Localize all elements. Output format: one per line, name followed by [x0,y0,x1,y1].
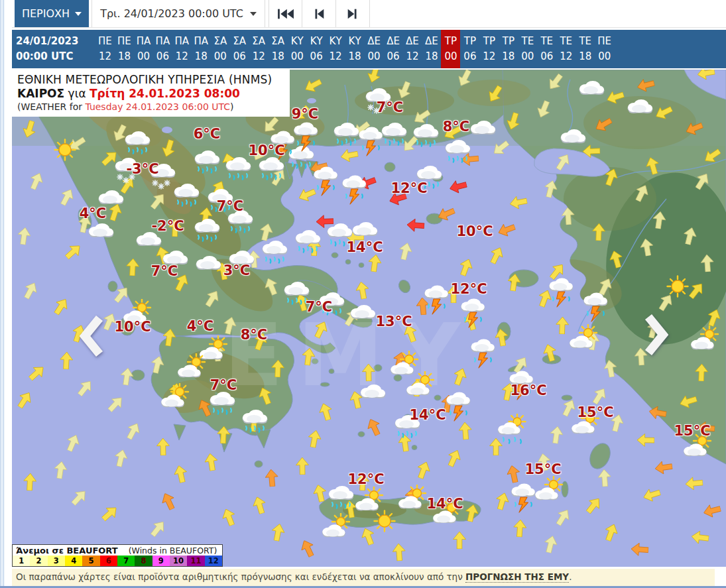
timeline-slot-hour: 00 [134,49,153,64]
timeline-slot[interactable]: ΠΑ00 [134,30,153,68]
timeline-slot-day: ΠΕ [595,34,614,49]
disclaimer-text: Οι παραπάνω χάρτες είναι προϊόντα αριθμη… [16,571,465,582]
timeline-slot-day: ΤΡ [460,34,479,49]
timeline-slot-day: ΚΥ [345,34,365,49]
next-map-button[interactable] [643,312,668,357]
timeline-slot[interactable]: ΠΑ18 [192,30,211,68]
timeline-slot-day: ΠΕ [115,34,134,49]
timeline-slot[interactable]: ΤΡ06 [460,30,479,68]
step-forward-button[interactable] [336,0,370,27]
beaufort-cell: 3 [48,556,65,566]
timeline-slot[interactable]: ΤΡ00 [441,30,460,68]
timeline-slot-hour: 06 [230,49,249,64]
timeline-slot-hour: 00 [518,49,537,64]
disclaimer-bar: Οι παραπάνω χάρτες είναι προϊόντα αριθμη… [12,569,715,586]
beaufort-scale: 123456789101112 [13,556,222,566]
beaufort-cell: 4 [65,556,82,566]
page-left-stripe [0,0,5,588]
timeline-slot-day: ΣΑ [230,34,249,49]
timeline-slot-day: ΔΕ [384,34,403,49]
beaufort-cell: 7 [117,556,135,566]
toolbar: ΠΕΡΙΟΧΗ Τρι. 24/01/2023 00:00 UTC [12,0,726,28]
timeline-slot-day: ΔΕ [403,34,422,49]
timeline-slot[interactable]: ΠΕ00 [595,30,614,68]
timeline-slot[interactable]: ΠΑ06 [153,30,172,68]
map-title-agency: ΕΘΝΙΚΗ ΜΕΤΕΩΡΟΛΟΓΙΚΗ ΥΠΗΡΕΣΙΑ (HNMS) [17,73,290,86]
timeline-slot[interactable]: ΠΕ12 [95,30,115,68]
timeline-slot-hour: 12 [95,49,115,64]
timeline-date: 24/01/2023 [16,34,78,49]
chevron-left-icon [85,318,99,354]
timeline-slot[interactable]: ΠΑ12 [172,30,192,68]
legend-title-el: Άνεμοι σε BEAUFORT [16,546,118,556]
timeline-slot-hour: 06 [460,49,479,64]
previous-map-button[interactable] [80,314,105,359]
timeline-slot-hour: 00 [211,49,230,64]
timeline-slot[interactable]: ΤΕ06 [537,30,556,68]
timeline-slot[interactable]: ΔΕ18 [422,30,441,68]
timeline-slots: ΠΕ12ΠΕ18ΠΑ00ΠΑ06ΠΑ12ΠΑ18ΣΑ00ΣΑ06ΣΑ12ΣΑ18… [95,30,614,68]
timeline-slot-day: ΠΕ [95,34,115,49]
timeline-current-datetime: 24/01/2023 00:00 UTC [16,34,78,64]
timeline-slot[interactable]: ΤΕ12 [556,30,575,68]
timeline-slot[interactable]: ΚΥ12 [326,30,345,68]
timeline-time: 00:00 UTC [16,49,78,64]
timeline-slot-hour: 12 [172,49,192,64]
timeline-slot[interactable]: ΔΕ00 [365,30,384,68]
chevron-right-icon [648,317,663,353]
map-base [12,70,726,567]
weather-map: ΕΜΥ 9°C7°C6°C8°C10°C-3°C12°C7°C4°C-2°C10… [12,70,726,567]
timeline-slot-day: ΤΕ [575,34,595,49]
step-back-button[interactable] [302,0,336,27]
timeline-slot-day: ΤΕ [518,34,537,49]
timeline-slot[interactable]: ΔΕ12 [403,30,422,68]
datetime-dropdown-label: Τρι. 24/01/2023 00:00 UTC [100,7,243,20]
datetime-dropdown-button[interactable]: Τρι. 24/01/2023 00:00 UTC [91,0,265,27]
wind-legend: Άνεμοι σε BEAUFORT (Winds in BEAUFORT) 1… [12,544,223,567]
timeline-slot-day: ΣΑ [211,34,230,49]
timeline-slot[interactable]: ΣΑ00 [211,30,230,68]
timeline-slot-hour: 00 [365,49,384,64]
timeline-slot[interactable]: ΚΥ18 [345,30,365,68]
step-forward-icon [342,7,363,21]
emy-forecast-link[interactable]: ΠΡΟΓΝΩΣΗ ΤΗΣ ΕΜΥ [465,571,569,583]
timeline-slot-hour: 18 [575,49,595,64]
timeline-slot[interactable]: ΣΑ18 [269,30,288,68]
timeline-slot[interactable]: ΔΕ06 [384,30,403,68]
timeline-slot-hour: 18 [192,49,211,64]
timeline-slot[interactable]: ΣΑ06 [230,30,249,68]
timeline-slot-hour: 18 [499,49,518,64]
page: ΠΕΡΙΟΧΗ Τρι. 24/01/2023 00:00 UTC [0,0,726,588]
timeline-slot-day: ΚΥ [326,34,345,49]
timeline-slot[interactable]: ΚΥ06 [307,30,326,68]
timeline-slot[interactable]: ΠΕ18 [115,30,134,68]
region-dropdown-button[interactable]: ΠΕΡΙΟΧΗ [15,0,89,27]
timeline-slot-hour: 18 [115,49,134,64]
beaufort-cell: 8 [135,556,152,566]
timeline-slot[interactable]: ΤΡ18 [499,30,518,68]
wind-legend-title: Άνεμοι σε BEAUFORT (Winds in BEAUFORT) [13,545,222,556]
step-back-icon [308,7,330,21]
timeline-slot[interactable]: ΤΕ00 [518,30,537,68]
timeline-slot[interactable]: ΣΑ12 [249,30,269,68]
timeline-slot-hour: 00 [288,49,307,64]
timeline-slot-hour: 00 [595,49,614,64]
timeline-slot-day: ΤΡ [441,34,460,49]
beaufort-cell: 6 [100,556,117,566]
skip-to-first-icon [275,7,296,21]
timeline-slot-hour: 06 [153,49,172,64]
skip-to-first-button[interactable] [269,0,302,27]
chevron-down-icon [250,12,257,16]
timeline-slot[interactable]: ΚΥ00 [288,30,307,68]
timeline-slot-day: ΠΑ [134,34,153,49]
timeline-slot-hour: 12 [326,49,345,64]
timeline-slot-hour: 18 [422,49,441,64]
beaufort-cell: 1 [13,556,30,566]
beaufort-cell: 10 [170,556,187,566]
timeline-slot-hour: 12 [556,49,575,64]
timeline-slot[interactable]: ΤΕ18 [575,30,595,68]
timeline-slot[interactable]: ΤΡ12 [479,30,499,68]
timeline-slot-hour: 12 [479,49,499,64]
region-dropdown-label: ΠΕΡΙΟΧΗ [22,7,70,20]
timeline-slot-hour: 06 [537,49,556,64]
